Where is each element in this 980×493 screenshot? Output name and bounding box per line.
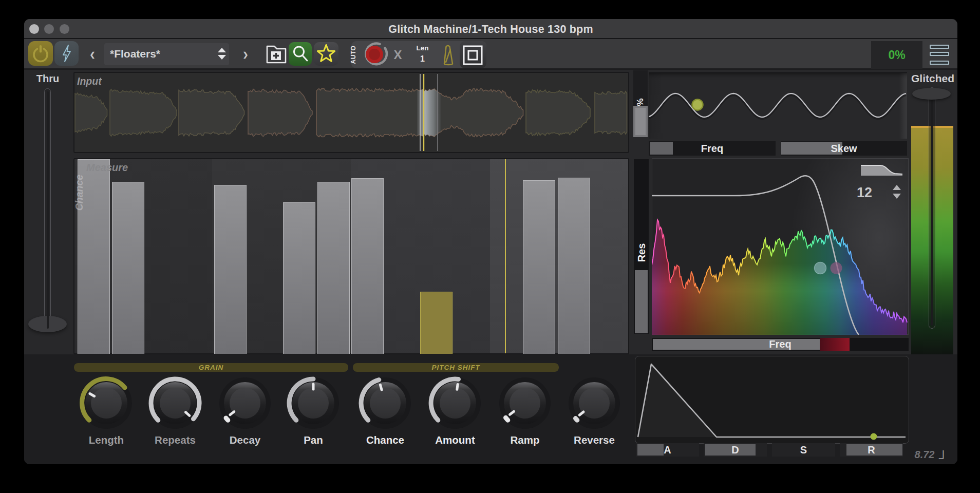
- svg-text:12: 12: [857, 185, 872, 200]
